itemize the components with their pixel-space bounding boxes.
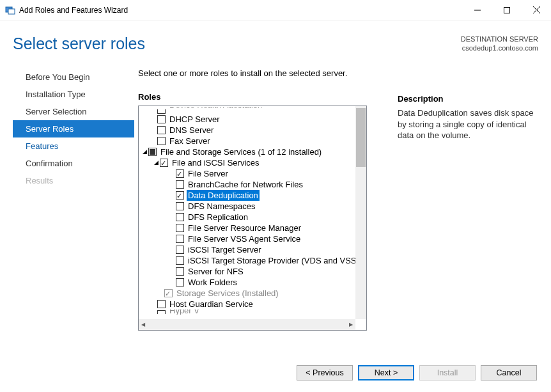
roles-treeview[interactable]: Device Health Attestation DHCP Server DN… bbox=[138, 106, 367, 331]
close-button[interactable] bbox=[522, 0, 551, 20]
destination-info: DESTINATION SERVER csodedup1.contoso.com bbox=[461, 35, 538, 53]
app-icon bbox=[5, 5, 15, 15]
svg-rect-1 bbox=[8, 9, 15, 14]
description-label: Description bbox=[398, 94, 535, 104]
vertical-scrollbar[interactable] bbox=[355, 106, 366, 319]
minimize-button[interactable] bbox=[463, 0, 492, 20]
checkbox[interactable] bbox=[157, 300, 166, 308]
description-body: Data Deduplication saves disk space by s… bbox=[398, 107, 535, 141]
tree-item-label[interactable]: iSCSI Target Server bbox=[187, 244, 263, 255]
tree-item-label[interactable]: Host Guardian Service bbox=[168, 299, 254, 310]
checkbox[interactable] bbox=[157, 126, 166, 134]
tree-item-label[interactable]: File Server VSS Agent Service bbox=[187, 233, 302, 244]
window-controls bbox=[463, 0, 551, 20]
checkbox[interactable] bbox=[157, 137, 166, 145]
checkbox[interactable] bbox=[157, 310, 166, 314]
tree-item-label[interactable]: DFS Namespaces bbox=[187, 201, 256, 212]
horizontal-scrollbar[interactable]: ◀ ▶ bbox=[139, 319, 355, 330]
cancel-button[interactable]: Cancel bbox=[481, 365, 537, 380]
checkbox[interactable] bbox=[176, 256, 184, 265]
wizard-footer: < Previous Next > Install Cancel bbox=[297, 365, 537, 380]
nav-server-roles[interactable]: Server Roles bbox=[13, 120, 134, 137]
tree-item-label[interactable]: File Server Resource Manager bbox=[187, 223, 302, 233]
checkbox[interactable] bbox=[176, 267, 184, 276]
checkbox[interactable] bbox=[176, 278, 184, 286]
expander-icon[interactable]: ◢ bbox=[141, 146, 148, 157]
scroll-thumb[interactable] bbox=[356, 108, 366, 167]
tree-item-label[interactable]: DFS Replication bbox=[187, 212, 249, 223]
nav-results: Results bbox=[13, 172, 134, 189]
tree-item-label[interactable]: File and Storage Services (1 of 12 insta… bbox=[159, 146, 323, 157]
intro-text: Select one or more roles to install on t… bbox=[138, 68, 375, 78]
checkbox[interactable] bbox=[176, 224, 184, 232]
checkbox[interactable] bbox=[176, 169, 184, 178]
previous-button[interactable]: < Previous bbox=[297, 365, 353, 380]
checkbox[interactable] bbox=[176, 235, 184, 243]
tree-item-label[interactable]: Server for NFS bbox=[187, 266, 245, 277]
tree-item-label[interactable]: Work Folders bbox=[187, 277, 238, 288]
checkbox bbox=[164, 289, 173, 297]
checkbox[interactable] bbox=[157, 109, 166, 114]
next-button[interactable]: Next > bbox=[358, 365, 414, 380]
nav-confirmation[interactable]: Confirmation bbox=[13, 155, 134, 172]
roles-label: Roles bbox=[138, 92, 375, 102]
checkbox[interactable] bbox=[157, 115, 166, 123]
page-title: Select server roles bbox=[13, 35, 145, 53]
checkbox[interactable] bbox=[176, 202, 184, 210]
nav-features[interactable]: Features bbox=[13, 137, 134, 155]
checkbox[interactable] bbox=[176, 246, 184, 254]
tree-item-label[interactable]: Fax Server bbox=[168, 136, 212, 146]
window-title: Add Roles and Features Wizard bbox=[19, 6, 128, 15]
tree-item-label[interactable]: Hyper V bbox=[168, 310, 201, 315]
nav-installation-type[interactable]: Installation Type bbox=[13, 86, 134, 103]
nav-server-selection[interactable]: Server Selection bbox=[13, 103, 134, 120]
tree-item-label[interactable]: Data Deduplication bbox=[187, 190, 260, 201]
svg-rect-3 bbox=[504, 7, 510, 13]
tree-item-label[interactable]: Storage Services (Installed) bbox=[175, 288, 280, 299]
title-bar: Add Roles and Features Wizard bbox=[0, 0, 551, 20]
main-panel: Select one or more roles to install on t… bbox=[138, 68, 375, 331]
header: Select server roles DESTINATION SERVER c… bbox=[0, 20, 551, 53]
checkbox[interactable] bbox=[176, 180, 184, 189]
tree-item-label[interactable]: DHCP Server bbox=[168, 114, 221, 125]
install-button: Install bbox=[419, 365, 476, 380]
description-panel: Description Data Deduplication saves dis… bbox=[398, 68, 535, 331]
tree-item-label[interactable]: File and iSCSI Services bbox=[171, 157, 261, 168]
tree-item-label[interactable]: BranchCache for Network Files bbox=[187, 179, 304, 190]
expander-icon[interactable]: ◢ bbox=[153, 157, 160, 168]
checkbox[interactable] bbox=[160, 159, 168, 167]
tree-item-label[interactable]: File Server bbox=[187, 168, 229, 179]
tree-item-label[interactable]: DNS Server bbox=[168, 125, 215, 136]
scroll-left-icon[interactable]: ◀ bbox=[139, 322, 148, 327]
checkbox[interactable] bbox=[176, 191, 184, 200]
checkbox[interactable] bbox=[176, 213, 184, 221]
tree-item-label[interactable]: Device Health Attestation bbox=[168, 107, 263, 111]
maximize-button[interactable] bbox=[492, 0, 522, 20]
wizard-nav: Before You Begin Installation Type Serve… bbox=[13, 68, 134, 331]
destination-label: DESTINATION SERVER bbox=[461, 35, 538, 43]
tree-item-label[interactable]: iSCSI Target Storage Provider (VDS and V… bbox=[187, 255, 355, 266]
checkbox[interactable] bbox=[148, 148, 157, 156]
destination-server: csodedup1.contoso.com bbox=[461, 43, 538, 52]
nav-before-you-begin[interactable]: Before You Begin bbox=[13, 68, 134, 86]
scroll-right-icon[interactable]: ▶ bbox=[346, 322, 355, 327]
